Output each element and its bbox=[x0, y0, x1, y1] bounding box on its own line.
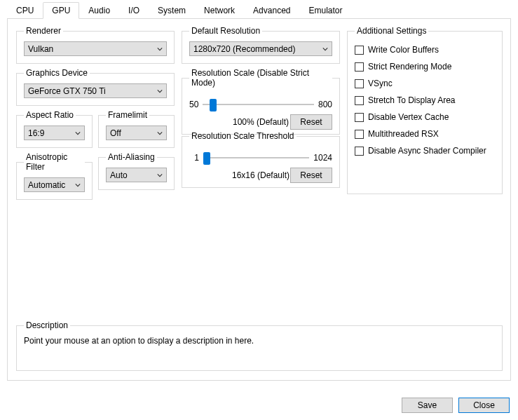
graphics-device-title: Graphics Device bbox=[24, 68, 90, 78]
check-strict-rendering[interactable]: Strict Rendering Mode bbox=[355, 58, 495, 75]
check-label: Multithreaded RSX bbox=[368, 129, 439, 139]
checkbox-icon bbox=[355, 130, 364, 139]
save-button[interactable]: Save bbox=[402, 398, 453, 413]
chevron-down-icon bbox=[322, 44, 328, 54]
check-stretch-display[interactable]: Stretch To Display Area bbox=[355, 92, 495, 109]
res-thresh-group: Resolution Scale Threshold 1 1024 16x16 … bbox=[182, 131, 340, 188]
default-res-select[interactable]: 1280x720 (Recommended) bbox=[189, 41, 332, 56]
tab-cpu[interactable]: CPU bbox=[7, 2, 43, 18]
description-text: Point your mouse at an option to display… bbox=[24, 336, 495, 346]
tab-io[interactable]: I/O bbox=[119, 2, 149, 18]
res-scale-slider[interactable] bbox=[203, 97, 314, 111]
tab-audio[interactable]: Audio bbox=[79, 2, 119, 18]
check-vsync[interactable]: VSync bbox=[355, 75, 495, 92]
aniso-group: Anisotropic Filter Automatic bbox=[16, 152, 93, 200]
aniso-title: Anisotropic Filter bbox=[24, 152, 85, 172]
aspect-ratio-title: Aspect Ratio bbox=[24, 110, 76, 120]
framelimit-value: Off bbox=[110, 128, 121, 138]
check-label: Write Color Buffers bbox=[368, 45, 439, 55]
graphics-device-select[interactable]: GeForce GTX 750 Ti bbox=[24, 83, 167, 98]
check-label: Disable Vertex Cache bbox=[368, 112, 449, 122]
checkbox-icon bbox=[355, 147, 364, 156]
framelimit-title: Framelimit bbox=[106, 110, 149, 120]
res-scale-reset-button[interactable]: Reset bbox=[290, 114, 332, 130]
checkbox-icon bbox=[355, 113, 364, 122]
default-res-group: Default Resolution 1280x720 (Recommended… bbox=[182, 26, 340, 64]
checkbox-icon bbox=[355, 96, 364, 105]
description-group: Description Point your mouse at an optio… bbox=[16, 320, 503, 371]
check-label: VSync bbox=[368, 79, 393, 88]
tab-emulator[interactable]: Emulator bbox=[299, 2, 351, 18]
check-label: Disable Async Shader Compiler bbox=[368, 146, 486, 156]
tab-system[interactable]: System bbox=[149, 2, 195, 18]
tab-advanced[interactable]: Advanced bbox=[244, 2, 299, 18]
aa-title: Anti-Aliasing bbox=[106, 152, 157, 162]
check-multithreaded-rsx[interactable]: Multithreaded RSX bbox=[355, 126, 495, 142]
renderer-title: Renderer bbox=[24, 26, 63, 36]
checkbox-icon bbox=[355, 62, 364, 72]
graphics-device-value: GeForce GTX 750 Ti bbox=[28, 86, 106, 96]
chevron-down-icon bbox=[75, 180, 81, 190]
dialog-buttons: Save Close bbox=[402, 398, 510, 413]
close-button[interactable]: Close bbox=[458, 398, 510, 413]
res-thresh-slider[interactable] bbox=[203, 151, 309, 165]
additional-title: Additional Settings bbox=[355, 26, 428, 36]
check-disable-async-shader[interactable]: Disable Async Shader Compiler bbox=[355, 142, 495, 159]
default-res-value: 1280x720 (Recommended) bbox=[193, 44, 295, 54]
framelimit-select[interactable]: Off bbox=[106, 126, 167, 140]
check-label: Stretch To Display Area bbox=[368, 95, 456, 105]
res-thresh-reset-button[interactable]: Reset bbox=[290, 168, 332, 183]
res-scale-title: Resolution Scale (Disable Strict Mode) bbox=[189, 68, 332, 88]
res-scale-group: Resolution Scale (Disable Strict Mode) 5… bbox=[182, 68, 340, 135]
renderer-select[interactable]: Vulkan bbox=[24, 41, 167, 56]
aspect-ratio-group: Aspect Ratio 16:9 bbox=[16, 110, 93, 148]
chevron-down-icon bbox=[157, 86, 163, 96]
res-scale-max: 800 bbox=[318, 100, 332, 109]
graphics-device-group: Graphics Device GeForce GTX 750 Ti bbox=[16, 68, 175, 106]
chevron-down-icon bbox=[75, 128, 81, 138]
tab-bar: CPU GPU Audio I/O System Network Advance… bbox=[7, 2, 511, 19]
check-label: Strict Rendering Mode bbox=[368, 62, 451, 72]
default-res-title: Default Resolution bbox=[189, 26, 262, 36]
aspect-ratio-select[interactable]: 16:9 bbox=[24, 126, 85, 140]
tab-gpu[interactable]: GPU bbox=[43, 2, 79, 19]
aniso-value: Automatic bbox=[28, 180, 65, 190]
chevron-down-icon bbox=[157, 170, 163, 180]
res-scale-min: 50 bbox=[189, 100, 198, 109]
chevron-down-icon bbox=[157, 128, 163, 138]
check-write-color-buffers[interactable]: Write Color Buffers bbox=[355, 41, 495, 58]
aa-value: Auto bbox=[110, 170, 128, 180]
aniso-select[interactable]: Automatic bbox=[24, 177, 85, 192]
framelimit-group: Framelimit Off bbox=[98, 110, 175, 148]
res-thresh-min: 1 bbox=[189, 153, 199, 163]
aspect-ratio-value: 16:9 bbox=[28, 128, 44, 138]
aa-select[interactable]: Auto bbox=[106, 168, 167, 182]
renderer-group: Renderer Vulkan bbox=[16, 26, 175, 64]
additional-group: Additional Settings Write Color Buffers … bbox=[347, 26, 503, 194]
aa-group: Anti-Aliasing Auto bbox=[98, 152, 175, 190]
res-thresh-title: Resolution Scale Threshold bbox=[189, 131, 297, 141]
tab-panel: Renderer Vulkan Graphics Device GeForce … bbox=[7, 19, 511, 381]
renderer-value: Vulkan bbox=[28, 44, 53, 54]
tab-network[interactable]: Network bbox=[195, 2, 244, 18]
checkbox-icon bbox=[355, 79, 364, 88]
chevron-down-icon bbox=[157, 44, 163, 54]
res-thresh-max: 1024 bbox=[313, 153, 332, 163]
checkbox-icon bbox=[355, 46, 364, 55]
check-disable-vertex-cache[interactable]: Disable Vertex Cache bbox=[355, 109, 495, 126]
description-title: Description bbox=[24, 320, 70, 330]
